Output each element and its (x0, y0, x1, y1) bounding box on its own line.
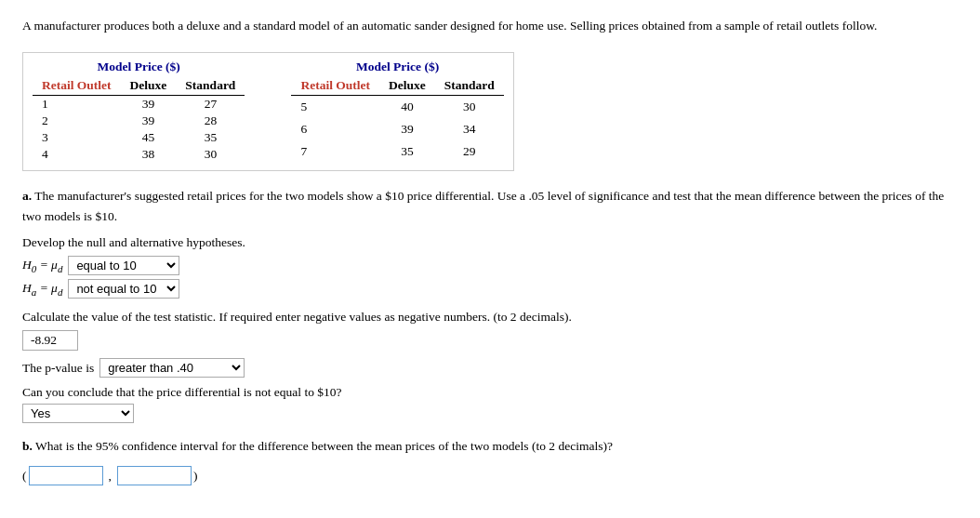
outlet-cell: 3 (33, 129, 121, 146)
ha-row: Ha = μd not equal to 10less than 10great… (22, 279, 958, 299)
standard-cell: 30 (435, 96, 504, 119)
standard-cell: 28 (176, 113, 245, 129)
outlet-cell: 5 (291, 96, 379, 119)
deluxe-cell: 45 (121, 129, 177, 146)
calc-label: Calculate the value of the test statisti… (22, 310, 958, 325)
right-data-table: Model Price ($) Retail Outlet Deluxe Sta… (291, 59, 503, 163)
table-row: 7 35 29 (291, 140, 503, 163)
left-col-outlet-header: Retail Outlet (33, 76, 121, 96)
ci-open-paren: ( (22, 469, 27, 484)
part-b-description: What is the 95% confidence interval for … (35, 439, 613, 453)
right-model-price-header: Model Price ($) (291, 59, 503, 76)
part-a-section: a. The manufacturer's suggested retail p… (22, 186, 958, 423)
outlet-cell: 7 (291, 140, 379, 163)
conclude-select[interactable]: YesNo (22, 404, 134, 423)
conclude-select-row: YesNo (22, 404, 958, 423)
standard-cell: 35 (176, 129, 245, 146)
pvalue-row: The p-value is greater than .40between .… (22, 358, 958, 378)
part-b-text: b. What is the 95% confidence interval f… (22, 436, 958, 457)
table-row: 1 39 27 (33, 96, 245, 113)
standard-cell: 27 (176, 96, 245, 113)
table-row: 4 38 30 (33, 146, 245, 163)
right-col-standard-header: Standard (435, 76, 504, 96)
deluxe-cell: 38 (121, 146, 177, 163)
confidence-interval-row: ( , ) (22, 466, 958, 485)
part-a-label: a. (22, 189, 32, 203)
test-stat-value: -8.92 (31, 333, 57, 347)
outlet-cell: 4 (33, 146, 121, 163)
part-a-text: a. The manufacturer's suggested retail p… (22, 186, 958, 226)
ci-right-input[interactable] (117, 466, 192, 485)
outlet-cell: 1 (33, 96, 121, 113)
deluxe-cell: 39 (121, 113, 177, 129)
data-table-wrapper: Model Price ($) Retail Outlet Deluxe Sta… (22, 52, 514, 171)
right-col-deluxe-header: Deluxe (379, 76, 435, 96)
table-row: 5 40 30 (291, 96, 503, 119)
table-row: 2 39 28 (33, 113, 245, 129)
deluxe-cell: 35 (379, 140, 435, 163)
left-model-price-header: Model Price ($) (33, 59, 245, 76)
standard-cell: 34 (435, 118, 504, 140)
table-row: 3 45 35 (33, 129, 245, 146)
h0-row: H0 = μd equal to 10less than 10greater t… (22, 256, 958, 275)
h0-select[interactable]: equal to 10less than 10greater than 10no… (68, 256, 179, 275)
pvalue-select[interactable]: greater than .40between .20 and .40betwe… (99, 358, 245, 378)
pvalue-prefix: The p-value is (22, 361, 94, 376)
deluxe-cell: 39 (379, 118, 435, 140)
standard-cell: 29 (435, 140, 504, 163)
develop-label: Develop the null and alternative hypothe… (22, 235, 958, 250)
part-b-label: b. (22, 439, 33, 453)
ci-left-input[interactable] (29, 466, 103, 485)
left-col-standard-header: Standard (176, 76, 245, 96)
test-stat-box: -8.92 (22, 330, 78, 351)
table-row: 6 39 34 (291, 118, 503, 140)
part-b-section: b. What is the 95% confidence interval f… (22, 436, 958, 485)
right-col-outlet-header: Retail Outlet (291, 76, 379, 96)
h0-label: H0 = μd (22, 258, 62, 274)
left-data-table: Model Price ($) Retail Outlet Deluxe Sta… (33, 59, 245, 163)
ha-select[interactable]: not equal to 10less than 10greater than … (68, 279, 179, 299)
part-a-description: The manufacturer's suggested retail pric… (22, 189, 944, 223)
ci-close-paren: ) (193, 469, 198, 484)
intro-text: A manufacturer produces both a deluxe an… (22, 17, 958, 35)
outlet-cell: 2 (33, 113, 121, 129)
ha-label: Ha = μd (22, 281, 62, 298)
left-col-deluxe-header: Deluxe (121, 76, 177, 96)
outlet-cell: 6 (291, 118, 379, 140)
conclude-text: Can you conclude that the price differen… (22, 385, 958, 400)
standard-cell: 30 (176, 146, 245, 163)
ci-comma: , (109, 469, 112, 484)
deluxe-cell: 40 (379, 96, 435, 119)
deluxe-cell: 39 (121, 96, 177, 113)
